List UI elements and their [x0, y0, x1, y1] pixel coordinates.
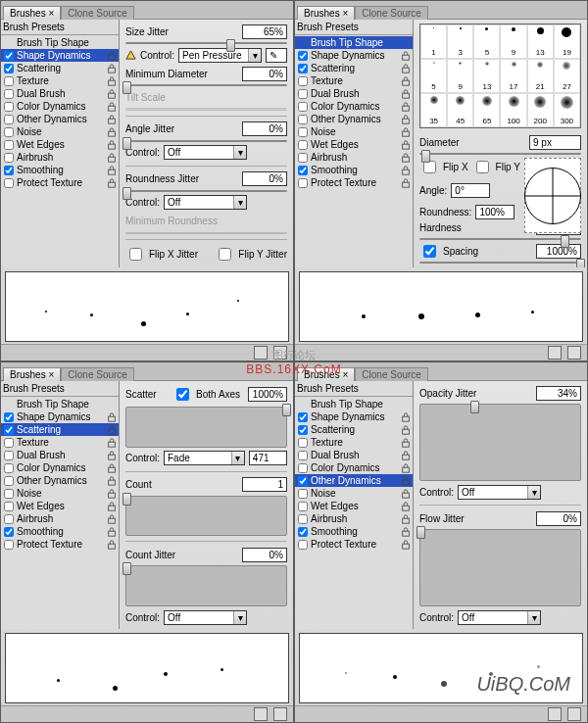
flip-x-jitter-checkbox[interactable] [129, 248, 142, 261]
sidebar-checkbox[interactable] [4, 514, 14, 524]
lock-icon[interactable] [107, 115, 117, 124]
lock-icon[interactable] [107, 425, 117, 435]
lock-icon[interactable] [401, 514, 411, 524]
lock-icon[interactable] [401, 463, 411, 473]
sidebar-item-scattering[interactable]: Scattering [1, 423, 119, 436]
brush-tip-grid[interactable]: 135913195913172127354565100200300 [419, 24, 581, 128]
spacing-checkbox[interactable] [423, 245, 436, 258]
angle-control-select[interactable]: Off▾ [164, 145, 247, 160]
lock-icon[interactable] [401, 76, 411, 86]
both-axes-checkbox[interactable] [176, 388, 189, 401]
diameter-slider[interactable] [419, 153, 581, 155]
brush-preset-cell[interactable]: 35 [420, 93, 447, 127]
roundness-value[interactable]: 100% [475, 205, 514, 219]
brush-presets-button[interactable]: Brush Presets [295, 20, 413, 35]
sidebar-checkbox[interactable] [298, 476, 308, 486]
sidebar-item-texture[interactable]: Texture [295, 74, 413, 87]
lock-icon[interactable] [107, 502, 117, 511]
tab-clone-source[interactable]: Clone Source [61, 6, 134, 20]
sidebar-checkbox[interactable] [4, 425, 14, 435]
lock-icon[interactable] [107, 438, 117, 448]
sidebar-item-wet-edges[interactable]: Wet Edges [295, 138, 413, 151]
sidebar-checkbox[interactable] [4, 178, 14, 188]
size-jitter-value[interactable]: 65% [242, 24, 287, 39]
sidebar-item-airbrush[interactable]: Airbrush [295, 512, 413, 525]
sidebar-checkbox[interactable] [298, 489, 308, 499]
tab-brushes[interactable]: Brushes × [3, 367, 61, 381]
lock-icon[interactable] [107, 51, 117, 61]
lock-icon[interactable] [107, 76, 117, 86]
sidebar-checkbox[interactable] [4, 102, 14, 112]
sidebar-item-other-dynamics[interactable]: Other Dynamics [295, 113, 413, 125]
brush-preset-cell[interactable]: 65 [473, 93, 500, 127]
lock-icon[interactable] [107, 463, 117, 473]
lock-icon[interactable] [401, 51, 411, 61]
lock-icon[interactable] [107, 153, 117, 163]
min-diameter-value[interactable]: 0% [242, 67, 287, 81]
lock-icon[interactable] [401, 502, 411, 511]
sidebar-item-shape-dynamics[interactable]: Shape Dynamics [295, 49, 413, 62]
sidebar-checkbox[interactable] [298, 115, 308, 124]
brush-preset-cell[interactable]: 13 [473, 59, 500, 93]
lock-icon[interactable] [107, 127, 117, 137]
brush-preset-cell[interactable]: 200 [527, 93, 554, 127]
lock-icon[interactable] [401, 89, 411, 99]
sidebar-item-other-dynamics[interactable]: Other Dynamics [1, 113, 119, 125]
sidebar-item-dual-brush[interactable]: Dual Brush [1, 449, 119, 461]
lock-icon[interactable] [401, 451, 411, 460]
sidebar-item-smoothing[interactable]: Smoothing [295, 525, 413, 538]
sidebar-item-brush-tip-shape[interactable]: Brush Tip Shape [295, 398, 413, 410]
sidebar-checkbox[interactable] [298, 527, 308, 537]
new-preset-icon[interactable] [254, 346, 268, 360]
sidebar-checkbox[interactable] [298, 438, 308, 448]
scatter-control-select[interactable]: Fade▾ [164, 451, 245, 465]
sidebar-item-wet-edges[interactable]: Wet Edges [1, 500, 119, 512]
brush-preset-cell[interactable]: 21 [527, 59, 554, 93]
sidebar-item-color-dynamics[interactable]: Color Dynamics [1, 461, 119, 474]
spacing-slider[interactable] [419, 262, 581, 264]
lock-icon[interactable] [107, 178, 117, 188]
sidebar-checkbox[interactable] [298, 64, 308, 73]
trash-icon[interactable] [273, 707, 287, 721]
sidebar-checkbox[interactable] [4, 502, 14, 511]
flow-jitter-slider[interactable] [419, 529, 581, 606]
sidebar-item-protect-texture[interactable]: Protect Texture [295, 176, 413, 189]
sidebar-checkbox[interactable] [298, 514, 308, 524]
brush-preset-cell[interactable]: 5 [420, 59, 447, 93]
sidebar-checkbox[interactable] [4, 76, 14, 86]
angle-jitter-value[interactable]: 0% [242, 121, 287, 136]
brush-preset-cell[interactable]: 1 [420, 24, 447, 59]
tab-brushes[interactable]: Brushes × [297, 6, 355, 20]
sidebar-checkbox[interactable] [4, 489, 14, 499]
lock-icon[interactable] [107, 489, 117, 499]
flow-control-select[interactable]: Off▾ [458, 610, 541, 625]
sidebar-checkbox[interactable] [4, 451, 14, 460]
lock-icon[interactable] [107, 89, 117, 99]
tab-clone-source[interactable]: Clone Source [355, 367, 428, 381]
sidebar-item-airbrush[interactable]: Airbrush [295, 151, 413, 164]
sidebar-item-dual-brush[interactable]: Dual Brush [295, 449, 413, 461]
brush-presets-button[interactable]: Brush Presets [1, 381, 119, 397]
lock-icon[interactable] [401, 115, 411, 124]
sidebar-item-dual-brush[interactable]: Dual Brush [1, 87, 119, 100]
sidebar-checkbox[interactable] [298, 502, 308, 511]
sidebar-item-shape-dynamics[interactable]: Shape Dynamics [1, 49, 119, 62]
sidebar-checkbox[interactable] [4, 166, 14, 175]
count-value[interactable]: 1 [242, 477, 287, 492]
sidebar-item-noise[interactable]: Noise [295, 487, 413, 500]
brush-preset-cell[interactable]: 9 [447, 59, 473, 93]
roundness-jitter-value[interactable]: 0% [242, 171, 287, 186]
fade-steps-value[interactable]: 471 [249, 451, 287, 465]
sidebar-item-smoothing[interactable]: Smoothing [295, 164, 413, 176]
sidebar-item-color-dynamics[interactable]: Color Dynamics [295, 100, 413, 113]
lock-icon[interactable] [401, 438, 411, 448]
sidebar-checkbox[interactable] [4, 412, 14, 422]
opacity-jitter-value[interactable]: 34% [536, 386, 581, 401]
sidebar-checkbox[interactable] [298, 89, 308, 99]
lock-icon[interactable] [401, 127, 411, 137]
sidebar-checkbox[interactable] [298, 412, 308, 422]
lock-icon[interactable] [107, 527, 117, 537]
brush-preset-cell[interactable]: 19 [554, 24, 580, 59]
sidebar-checkbox[interactable] [4, 463, 14, 473]
angle-value[interactable]: 0° [451, 183, 490, 198]
